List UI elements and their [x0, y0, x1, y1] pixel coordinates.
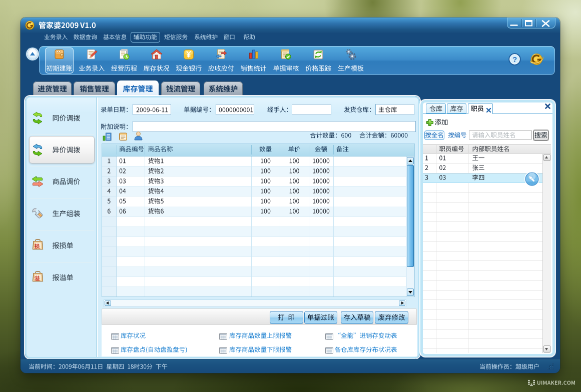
svg-text:?: ? — [512, 54, 516, 63]
